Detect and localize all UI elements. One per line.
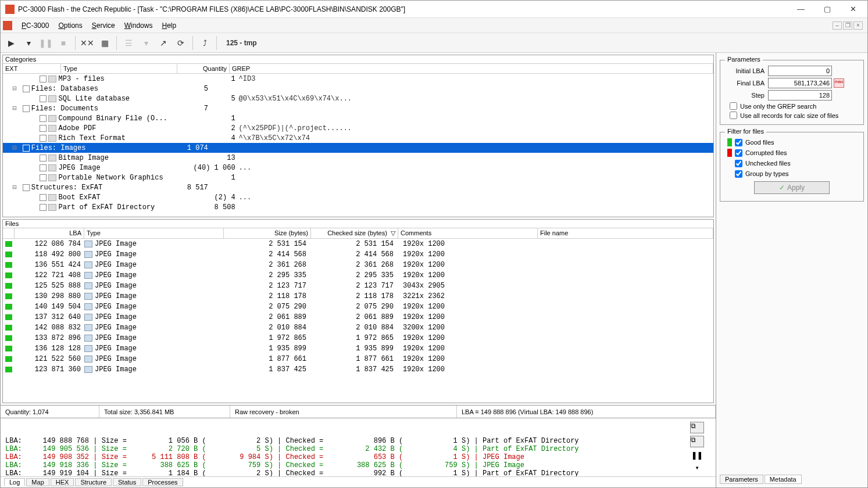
final-lba-label: Final LBA bbox=[724, 80, 768, 87]
category-row[interactable]: ⊟ Files: Databases5 bbox=[3, 84, 713, 94]
menu-options[interactable]: Options bbox=[53, 20, 87, 31]
menu-windows[interactable]: Windows bbox=[120, 20, 158, 31]
only-grep-checkbox[interactable] bbox=[730, 102, 737, 110]
stop-icon[interactable]: ■ bbox=[55, 35, 72, 51]
file-type-icon bbox=[84, 345, 92, 352]
menu-help[interactable]: Help bbox=[157, 20, 181, 31]
titlebar: PC-3000 Flash - the Czech Republic - [Ta… bbox=[1, 1, 867, 18]
close-button[interactable]: ✕ bbox=[840, 1, 866, 17]
file-row[interactable]: 130 298 880JPEG Image2 118 1782 118 1783… bbox=[3, 291, 713, 302]
file-row[interactable]: 125 525 888JPEG Image2 123 7172 123 7173… bbox=[3, 281, 713, 291]
category-row[interactable]: Compound Binary File (O...1 bbox=[3, 113, 713, 123]
category-row[interactable]: Bitmap Image13 bbox=[3, 153, 713, 163]
all-records-checkbox[interactable] bbox=[730, 112, 737, 119]
window-title: PC-3000 Flash - the Czech Republic - [Ta… bbox=[18, 5, 788, 13]
status-total: Total size: 3,356.841 MB bbox=[99, 406, 230, 418]
list-dd-icon[interactable]: ▾ bbox=[138, 35, 154, 51]
status-mark-icon bbox=[5, 293, 12, 299]
file-row[interactable]: 118 492 800JPEG Image2 414 5682 414 5681… bbox=[3, 249, 713, 260]
tab-parameters[interactable]: Parameters bbox=[720, 475, 763, 484]
app-icon bbox=[5, 5, 15, 14]
col-type[interactable]: Type bbox=[61, 64, 177, 73]
file-row[interactable]: 122 721 408JPEG Image2 295 3352 295 3351… bbox=[3, 270, 713, 281]
category-row[interactable]: JPEG Image(40) 1 060... bbox=[3, 163, 713, 173]
step-input[interactable] bbox=[768, 90, 832, 101]
category-row[interactable]: ⊟ Files: Documents7 bbox=[3, 103, 713, 113]
refresh-icon[interactable]: ⟳ bbox=[173, 35, 189, 51]
category-row[interactable]: Boot ExFAT(2) 4... bbox=[3, 192, 713, 202]
col-lba[interactable]: LBA bbox=[15, 228, 84, 238]
file-row[interactable]: 123 871 360JPEG Image1 837 4251 837 4251… bbox=[3, 364, 713, 375]
category-row[interactable]: SQL Lite database5@0\x53\x51\x4C\x69\x74… bbox=[3, 94, 713, 103]
file-row[interactable]: 133 872 896JPEG Image1 972 8651 972 8651… bbox=[3, 333, 713, 343]
file-row[interactable]: 140 149 504JPEG Image2 075 2902 075 2901… bbox=[3, 302, 713, 312]
tab-status[interactable]: Status bbox=[113, 478, 141, 486]
window-controls: — ▢ ✕ bbox=[788, 1, 866, 17]
maximize-button[interactable]: ▢ bbox=[814, 1, 840, 17]
tab-log[interactable]: Log bbox=[4, 478, 25, 486]
minimize-button[interactable]: — bbox=[788, 1, 814, 17]
status-mark-icon bbox=[5, 356, 12, 362]
dropdown-icon[interactable]: ▾ bbox=[20, 35, 37, 51]
parameters-fieldset: Parameters Initial LBA Final LBA max Ste… bbox=[720, 60, 864, 125]
check-icon: ✓ bbox=[779, 184, 785, 192]
category-row[interactable]: Rich Text Format4^\x7B\x5C\x72\x74 bbox=[3, 133, 713, 143]
max-button[interactable]: max bbox=[834, 78, 844, 88]
monitor-icon[interactable]: ⧉ bbox=[690, 422, 704, 433]
file-row[interactable]: 121 522 560JPEG Image1 877 6611 877 6611… bbox=[3, 354, 713, 364]
tab-structure[interactable]: Structure bbox=[75, 478, 112, 486]
mdi-restore-button[interactable]: ❐ bbox=[843, 21, 852, 30]
play-icon[interactable]: ▶ bbox=[3, 35, 19, 51]
col-comments[interactable]: Comments bbox=[398, 228, 538, 238]
tab-metadata[interactable]: Metadata bbox=[765, 475, 802, 484]
tab-processes[interactable]: Processes bbox=[142, 478, 183, 486]
initial-lba-input[interactable] bbox=[768, 66, 832, 76]
good-files-checkbox[interactable] bbox=[735, 139, 742, 146]
col-size[interactable]: Size (bytes) bbox=[224, 228, 311, 238]
unchecked-files-checkbox[interactable] bbox=[735, 160, 742, 167]
col-grep[interactable]: GREP bbox=[230, 64, 713, 73]
parameters-legend: Parameters bbox=[725, 56, 763, 63]
categories-body[interactable]: MP3 - files1^ID3 ⊟ Files: Databases5 SQL… bbox=[3, 74, 713, 217]
apply-button[interactable]: ✓ Apply bbox=[754, 181, 830, 194]
file-row[interactable]: 137 312 640JPEG Image2 061 8892 061 8891… bbox=[3, 312, 713, 322]
files-body[interactable]: 122 086 784JPEG Image2 531 1542 531 1541… bbox=[3, 239, 713, 403]
category-row[interactable]: ⊟ Structures: ExFAT8 517 bbox=[3, 182, 713, 192]
category-row[interactable]: Adobe PDF2(^\x25PDF)|(^.project...... bbox=[3, 123, 713, 133]
category-row[interactable]: Part of ExFAT Directory8 508 bbox=[3, 202, 713, 212]
category-row[interactable]: MP3 - files1^ID3 bbox=[3, 74, 713, 84]
col-quantity[interactable]: Quantity bbox=[177, 64, 230, 73]
file-row[interactable]: 136 128 128JPEG Image1 935 8991 935 8991… bbox=[3, 343, 713, 354]
step-label: Step bbox=[724, 92, 768, 99]
tools-icon[interactable]: ✕✕ bbox=[79, 35, 95, 51]
col-checked-size[interactable]: Checked size (bytes) ▽ bbox=[311, 228, 398, 238]
menu-service[interactable]: Service bbox=[87, 20, 120, 31]
corrupted-files-checkbox[interactable] bbox=[735, 149, 742, 157]
monitor2-icon[interactable]: ⧉ bbox=[690, 436, 704, 447]
pause-icon[interactable]: ❚❚ bbox=[38, 35, 54, 51]
list-icon[interactable]: ☰ bbox=[120, 35, 137, 51]
category-row[interactable]: ⊟ Files: Images1 074 bbox=[3, 143, 713, 153]
status-mark-icon bbox=[5, 304, 12, 310]
tab-hex[interactable]: HEX bbox=[51, 478, 74, 486]
tab-map[interactable]: Map bbox=[26, 478, 49, 486]
mdi-min-button[interactable]: – bbox=[833, 21, 842, 30]
log-pause-icon[interactable]: ❚❚ bbox=[691, 450, 702, 461]
file-row[interactable]: 136 551 424JPEG Image2 361 2682 361 2681… bbox=[3, 260, 713, 270]
col-ext[interactable]: EXT bbox=[3, 64, 61, 73]
col-filename[interactable]: File name bbox=[538, 228, 713, 238]
export-icon[interactable]: ↗ bbox=[155, 35, 172, 51]
log-body[interactable]: LBA: 149 888 768 | Size = 1 056 B ( 2 S)… bbox=[1, 418, 716, 476]
menu-pc3000[interactable]: PC-3000 bbox=[17, 20, 53, 31]
category-row[interactable]: Portable Network Graphics1 bbox=[3, 173, 713, 182]
toolbar-label: 125 - tmp bbox=[226, 39, 257, 47]
col-type[interactable]: Type bbox=[84, 228, 224, 238]
file-row[interactable]: 122 086 784JPEG Image2 531 1542 531 1541… bbox=[3, 239, 713, 249]
exit-icon[interactable]: ⤴ bbox=[197, 35, 213, 51]
mdi-close-button[interactable]: × bbox=[853, 21, 863, 30]
log-down-icon[interactable]: ▾ bbox=[695, 464, 699, 472]
final-lba-input[interactable] bbox=[768, 78, 832, 88]
grid-icon[interactable]: ▦ bbox=[97, 35, 113, 51]
file-row[interactable]: 142 088 832JPEG Image2 010 8842 010 8843… bbox=[3, 322, 713, 333]
group-types-checkbox[interactable] bbox=[735, 170, 742, 178]
